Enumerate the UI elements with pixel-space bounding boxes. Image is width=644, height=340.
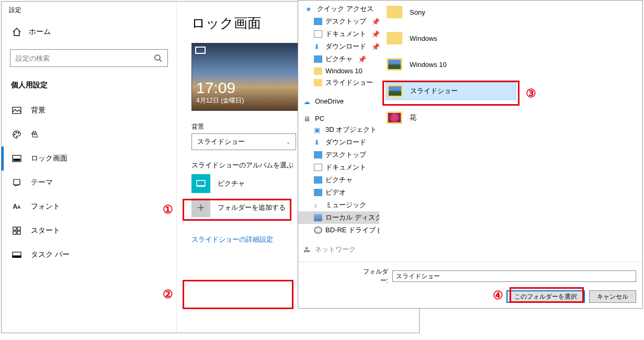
folder-flower[interactable]: 花 xyxy=(386,109,516,126)
nav-3d[interactable]: ▣3D オブジェクト xyxy=(298,123,379,136)
nav-onedrive[interactable]: ☁OneDrive xyxy=(298,94,379,106)
nav-label: デスクトップ xyxy=(325,150,366,160)
nav-pictures[interactable]: ピクチャ📌 xyxy=(298,53,379,65)
sidebar-item-font[interactable]: AA フォント xyxy=(2,195,176,219)
folder-slideshow[interactable]: スライドショー xyxy=(386,82,516,100)
background-dropdown[interactable]: スライドショー ⌄ xyxy=(191,133,296,150)
callout-4: ④ xyxy=(493,289,503,302)
nav-label: ビデオ xyxy=(325,188,346,197)
folder-label: Windows 10 xyxy=(410,61,447,69)
sidebar-item-label: タスク バー xyxy=(31,250,70,259)
font-icon: AA xyxy=(12,202,21,211)
sidebar-item-background[interactable]: 背景 xyxy=(2,98,176,122)
window-title: 設定 xyxy=(2,2,176,19)
pin-icon: 📌 xyxy=(371,43,379,51)
folder-label: Sony xyxy=(410,8,425,16)
nav-localdisk[interactable]: ローカル ディスク (C xyxy=(298,211,379,224)
video-icon xyxy=(314,189,322,196)
album-pictures-label: ピクチャ xyxy=(218,179,245,188)
folder-name-row: フォルダー: xyxy=(304,267,636,285)
pc-icon: 🖥 xyxy=(303,115,312,122)
nav-network[interactable]: 🖧ネットワーク xyxy=(298,242,379,255)
nav-bdre[interactable]: BD-RE ドライブ (D xyxy=(298,224,379,236)
dialog-footer: フォルダー: このフォルダーを選択 キャンセル xyxy=(298,262,642,308)
svg-rect-14 xyxy=(197,186,205,187)
sidebar-item-theme[interactable]: テーマ xyxy=(2,171,176,195)
folder-win10[interactable]: Windows 10 xyxy=(386,56,516,73)
folder-thumb xyxy=(387,6,402,18)
sidebar-item-taskbar[interactable]: タスク バー xyxy=(2,243,176,267)
home-icon xyxy=(12,27,21,37)
theme-icon xyxy=(12,178,21,187)
nav-desktop[interactable]: デスクトップ📌 xyxy=(298,15,379,28)
svg-rect-10 xyxy=(17,231,20,234)
picture-icon xyxy=(314,55,322,63)
search-box[interactable] xyxy=(10,49,168,67)
nav-documents[interactable]: ドキュメント📌 xyxy=(298,28,379,40)
sidebar-item-color[interactable]: 色 xyxy=(2,122,176,146)
search-icon xyxy=(154,54,162,62)
nav-slideshow[interactable]: スライドショー xyxy=(298,76,379,89)
nav-pc[interactable]: 🖥PC xyxy=(298,111,379,123)
folder-sony[interactable]: Sony xyxy=(386,4,516,20)
sidebar-home[interactable]: ホーム xyxy=(2,19,176,45)
search-input[interactable] xyxy=(16,54,154,62)
nav-win10[interactable]: Windows 10 xyxy=(298,65,379,76)
nav-desktop2[interactable]: デスクトップ xyxy=(298,149,379,161)
sidebar-item-label: 色 xyxy=(31,130,38,139)
svg-rect-7 xyxy=(13,227,16,230)
folder-windows[interactable]: Windows xyxy=(386,30,516,47)
chevron-down-icon: ⌄ xyxy=(286,139,290,145)
document-icon xyxy=(314,30,322,38)
nav-label: BD-RE ドライブ (D xyxy=(325,225,379,235)
svg-point-4 xyxy=(18,132,19,133)
nav-downloads2[interactable]: ⬇ダウンロード xyxy=(298,136,379,149)
cancel-button[interactable]: キャンセル xyxy=(589,290,636,303)
star-icon: ★ xyxy=(306,5,314,13)
document-icon xyxy=(314,164,322,171)
svg-point-2 xyxy=(14,134,15,135)
nav-video[interactable]: ビデオ xyxy=(298,186,379,199)
sidebar-item-lock[interactable]: ロック画面 xyxy=(2,146,176,171)
select-folder-button[interactable]: このフォルダーを選択 xyxy=(506,290,585,303)
nav-downloads[interactable]: ⬇ダウンロード📌 xyxy=(298,40,379,53)
nav-label: ピクチャ xyxy=(325,54,353,64)
callout-2: ② xyxy=(163,288,173,301)
nav-label: OneDrive xyxy=(315,97,344,105)
dialog-folder-list: Sony Windows Windows 10 スライドショー 花 xyxy=(379,1,642,262)
sidebar-item-start[interactable]: スタート xyxy=(2,219,176,243)
folder-icon xyxy=(314,67,322,75)
desktop-icon xyxy=(314,18,322,25)
album-add-label: フォルダーを追加する xyxy=(218,203,286,212)
svg-point-3 xyxy=(16,132,17,133)
network-icon: 🖧 xyxy=(303,246,312,253)
nav-music[interactable]: ♪ミュージック xyxy=(298,199,379,211)
pin-icon: 📌 xyxy=(371,30,379,38)
palette-icon xyxy=(12,130,21,139)
svg-rect-13 xyxy=(197,180,205,186)
nav-quick-access[interactable]: ★クイック アクセス xyxy=(298,3,379,15)
taskbar-icon xyxy=(12,250,21,259)
nav-documents2[interactable]: ドキュメント xyxy=(298,161,379,174)
nav-label: ミュージック xyxy=(325,200,366,210)
folder-name-input[interactable] xyxy=(392,270,636,282)
download-icon: ⬇ xyxy=(314,43,322,50)
nav-label: ドキュメント xyxy=(325,29,366,39)
settings-sidebar: 設定 ホーム 個人用設定 背景 色 ロック画面 テーマ xyxy=(2,2,177,333)
folder-label: スライドショー xyxy=(410,86,458,96)
folder-icon xyxy=(314,79,322,86)
nav-label: Windows 10 xyxy=(325,67,363,75)
svg-rect-12 xyxy=(13,256,21,257)
svg-point-0 xyxy=(155,55,160,60)
dropdown-value: スライドショー xyxy=(197,137,245,146)
pictures-tile xyxy=(191,174,210,193)
disc-icon xyxy=(314,226,322,234)
folder-field-label: フォルダー: xyxy=(362,267,388,285)
folder-label: 花 xyxy=(410,113,416,122)
nav-label: ダウンロード xyxy=(325,138,366,147)
folder-label: Windows xyxy=(410,35,437,42)
picture-icon xyxy=(314,176,322,184)
nav-label: ローカル ディスク (C xyxy=(325,213,379,222)
dialog-body: ★クイック アクセス デスクトップ📌 ドキュメント📌 ⬇ダウンロード📌 ピクチャ… xyxy=(298,1,642,262)
nav-pictures2[interactable]: ピクチャ xyxy=(298,174,379,186)
